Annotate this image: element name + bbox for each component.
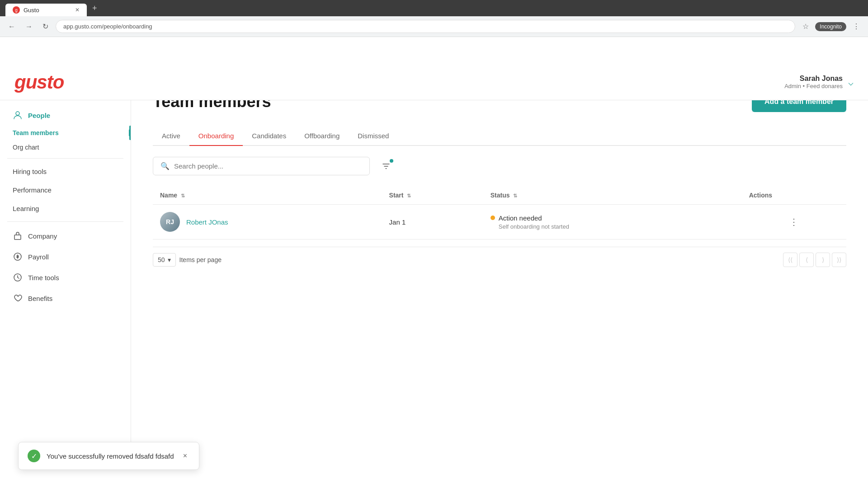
filter-button[interactable]: [377, 157, 395, 175]
payroll-icon: [13, 252, 23, 262]
app-logo[interactable]: gusto: [14, 71, 64, 93]
team-members-table: Name ⇅ Start ⇅ Status ⇅ Actions: [153, 186, 846, 239]
tab-favicon: g: [13, 6, 20, 14]
sidebar-item-performance[interactable]: Performance: [0, 181, 131, 199]
search-box[interactable]: 🔍: [153, 157, 370, 175]
user-menu-chevron[interactable]: ⌵: [848, 77, 854, 88]
per-page-label: Items per page: [179, 256, 222, 263]
browser-nav: ← → ↻ app.gusto.com/people/onboarding ☆ …: [0, 16, 868, 37]
user-role: Admin • Feed donares: [784, 83, 843, 89]
member-start-cell: Jan 1: [382, 205, 483, 239]
user-details: Sarah Jonas Admin • Feed donares: [784, 75, 843, 89]
member-link[interactable]: Robert JOnas: [186, 218, 228, 226]
status-main: Action needed: [491, 214, 735, 222]
member-cell: RJ Robert JOnas: [160, 212, 375, 232]
sidebar-item-payroll[interactable]: Payroll: [0, 246, 131, 267]
browser-menu-button[interactable]: ⋮: [850, 20, 863, 33]
table-header-row: Name ⇅ Start ⇅ Status ⇅ Actions: [153, 186, 846, 205]
sidebar-item-time-tools[interactable]: Time tools: [0, 267, 131, 288]
next-page-button[interactable]: ⟩: [816, 253, 830, 267]
app-header: gusto Sarah Jonas Admin • Feed donares ⌵: [0, 64, 868, 100]
last-page-button[interactable]: ⟩⟩: [832, 253, 846, 267]
sidebar-item-org-chart[interactable]: Org chart: [0, 140, 131, 155]
user-info: Sarah Jonas Admin • Feed donares ⌵: [784, 75, 854, 89]
toast-close-button[interactable]: ×: [180, 451, 190, 461]
reload-button[interactable]: ↻: [40, 20, 51, 33]
sidebar-item-team-members[interactable]: Team members: [0, 126, 131, 140]
nav-right: ☆ Incognito ⋮: [800, 20, 863, 33]
toast-success-icon: ✓: [28, 450, 40, 461]
tab-close-button[interactable]: ✕: [75, 7, 80, 13]
incognito-label: Incognito: [820, 23, 842, 30]
main-content: Team members Add a team member Active On…: [131, 73, 868, 461]
benefits-icon: [13, 293, 23, 303]
tab-dismissed[interactable]: Dismissed: [349, 127, 398, 146]
url-text: app.gusto.com/people/onboarding: [63, 23, 152, 30]
sidebar-item-people[interactable]: People: [0, 105, 131, 126]
pagination: 50 ▾ Items per page ⟨⟨ ⟨ ⟩ ⟩⟩: [153, 247, 846, 272]
tab-offboarding[interactable]: Offboarding: [295, 127, 349, 146]
filter-icon: [382, 162, 391, 171]
incognito-badge: Incognito: [815, 22, 846, 31]
sidebar-item-time-tools-label: Time tools: [28, 274, 59, 282]
sidebar-item-performance-label: Performance: [13, 186, 52, 194]
member-status-cell: Action needed Self onboarding not starte…: [483, 205, 742, 239]
per-page-select[interactable]: 50 ▾: [153, 253, 176, 267]
sidebar-item-company[interactable]: Company: [0, 225, 131, 246]
tab-onboarding[interactable]: Onboarding: [189, 127, 243, 146]
svg-point-0: [16, 112, 19, 115]
col-actions: Actions: [742, 186, 846, 205]
time-icon: [13, 272, 23, 282]
back-button[interactable]: ←: [5, 21, 18, 33]
tab-active[interactable]: Active: [153, 127, 189, 146]
per-page-section: 50 ▾ Items per page: [153, 253, 222, 267]
col-start[interactable]: Start ⇅: [382, 186, 483, 205]
per-page-chevron: ▾: [168, 256, 171, 263]
browser-tab-bar: g Gusto ✕ +: [0, 0, 868, 16]
status-dot: [491, 216, 495, 220]
company-icon: [13, 231, 23, 241]
member-name-cell: RJ Robert JOnas: [153, 205, 382, 239]
active-tab[interactable]: g Gusto ✕: [5, 4, 87, 16]
star-button[interactable]: ☆: [800, 20, 811, 33]
toast-message: You've successfully removed fdsafd fdsaf…: [47, 452, 174, 460]
avatar: RJ: [160, 212, 180, 232]
search-input[interactable]: [174, 162, 362, 170]
forward-button[interactable]: →: [23, 21, 35, 33]
address-bar[interactable]: app.gusto.com/people/onboarding: [56, 20, 795, 33]
tab-title: Gusto: [24, 7, 39, 14]
first-page-button[interactable]: ⟨⟨: [783, 253, 797, 267]
tab-candidates[interactable]: Candidates: [243, 127, 295, 146]
svg-rect-1: [14, 235, 21, 239]
status-sort-icon: ⇅: [513, 193, 517, 198]
sidebar-item-company-label: Company: [28, 232, 57, 240]
search-filter-row: 🔍: [153, 157, 846, 175]
page-nav: ⟨⟨ ⟨ ⟩ ⟩⟩: [783, 253, 846, 267]
new-tab-button[interactable]: +: [89, 2, 101, 15]
sidebar-item-hiring-tools-label: Hiring tools: [13, 168, 47, 175]
status-sub: Self onboarding not started: [491, 223, 735, 230]
start-sort-icon: ⇅: [407, 193, 411, 198]
member-actions-cell: ⋮: [742, 205, 846, 239]
status-cell: Action needed Self onboarding not starte…: [491, 214, 735, 230]
people-icon: [13, 110, 23, 120]
row-actions-button[interactable]: ⋮: [786, 215, 802, 229]
sidebar-item-benefits-label: Benefits: [28, 295, 52, 302]
sidebar-item-people-label: People: [28, 112, 50, 119]
col-name[interactable]: Name ⇅: [153, 186, 382, 205]
sidebar-item-payroll-label: Payroll: [28, 253, 49, 261]
filter-active-dot: [390, 159, 393, 163]
toast-notification: ✓ You've successfully removed fdsafd fds…: [18, 442, 199, 461]
prev-page-button[interactable]: ⟨: [799, 253, 814, 267]
col-status[interactable]: Status ⇅: [483, 186, 742, 205]
app-body: ⌂ Setup People Team members Org chart Hi…: [0, 37, 868, 461]
sidebar-item-hiring-tools[interactable]: Hiring tools: [0, 162, 131, 181]
table-row: RJ Robert JOnas Jan 1 Action needed: [153, 205, 846, 239]
tabs: Active Onboarding Candidates Offboarding…: [153, 127, 846, 146]
search-icon: 🔍: [160, 162, 170, 170]
user-name: Sarah Jonas: [784, 75, 843, 83]
sidebar-item-learning[interactable]: Learning: [0, 199, 131, 218]
name-sort-icon: ⇅: [181, 193, 185, 198]
sidebar: ⌂ Setup People Team members Org chart Hi…: [0, 73, 131, 461]
sidebar-item-benefits[interactable]: Benefits: [0, 288, 131, 309]
